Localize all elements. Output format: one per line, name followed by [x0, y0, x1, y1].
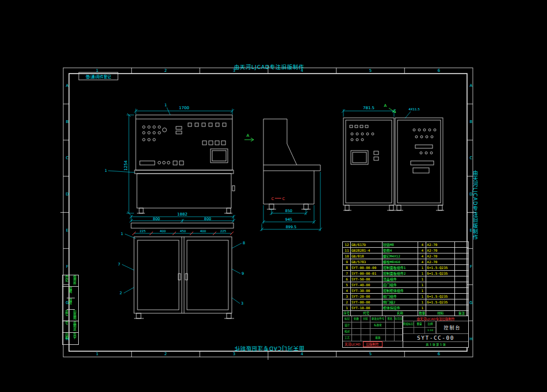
dim-seg-3: 400 — [200, 229, 206, 233]
parts-table-row: 6SYT-50-00顶盖组件1 — [343, 276, 469, 282]
left-strip: 借用件登记描图描校旧底图总号底图总号签字 日期 — [62, 275, 79, 345]
parts-table-row: 10GB/818螺钉M4X124A2-70 — [343, 253, 469, 259]
weight-label: 重量 — [414, 321, 425, 328]
rear-view-arrow-label: A — [384, 103, 387, 108]
titleblock-cell — [352, 322, 361, 328]
parts-cell-qty: 4 — [418, 242, 426, 248]
zone-row-label: E — [468, 228, 475, 233]
rear-hole-note: 4X11.5 — [408, 107, 420, 111]
parts-cell-code: SYT-00-00-00 — [351, 265, 382, 271]
parts-cell-qty: 1 — [418, 282, 426, 288]
parts-table-rows: 12GB/617D铰链M84A2-7011GB28281-4垫圈44A2-701… — [343, 242, 469, 311]
side-view-dims: 850 945 899.5 — [260, 172, 322, 231]
parts-cell-remark — [455, 248, 469, 253]
zone-col-label: 4 — [299, 351, 305, 357]
balloon-7: 7 — [118, 262, 120, 267]
titleblock-cell: 工艺 — [343, 335, 352, 341]
parts-cell-remark — [455, 253, 469, 259]
zone-col-label: 1 — [94, 68, 101, 74]
stage-value — [403, 328, 414, 334]
zone-col-label: 5 — [367, 68, 374, 74]
titleblock-company: 由天河LJCAD专注旧版制作 — [403, 316, 468, 321]
parts-cell-code: SYT-50-00 — [351, 276, 382, 282]
parts-cell-no: 1 — [343, 305, 351, 311]
sheet-info: 共 1 张 第 1 张 — [403, 342, 468, 347]
titleblock-red-stamp: 旧版制作 — [363, 341, 382, 347]
titleblock-cell — [352, 329, 361, 335]
titleblock-cell — [370, 329, 386, 335]
parts-cell-material: δ=1.5-Q235 — [426, 294, 455, 299]
parts-cell-code: SYT-00-00 — [351, 299, 382, 305]
dim-cabinet-right: 800 — [204, 217, 211, 221]
parts-cell-qty: 1 — [418, 305, 426, 311]
parts-table: 12GB/617D铰链M84A2-7011GB28281-4垫圈44A2-701… — [342, 241, 469, 316]
scale-value: 1:10 — [425, 328, 436, 334]
parts-cell-material: δ=1.5-Q235 — [426, 299, 455, 305]
parts-cell-remark — [455, 299, 469, 305]
parts-table-row: 9GB/5783螺栓M8X604A2-70 — [343, 259, 469, 265]
front-view — [135, 115, 235, 213]
zone-col-label: 3 — [231, 68, 238, 74]
parts-cell-no: 11 — [343, 248, 351, 253]
side-view: C C — [263, 119, 320, 209]
titleblock-row: 标记处数分区更改文件号签名年月日 — [343, 316, 403, 322]
parts-table-row: 12GB/617D铰链M84A2-70 — [343, 242, 469, 248]
parts-cell-code: GB/818 — [351, 253, 382, 259]
dim-seg-1: 400 — [160, 229, 166, 233]
parts-cell-no: 12 — [343, 242, 351, 248]
parts-table-row: 4SYT-30-00控制柜体组件1 — [343, 288, 469, 294]
parts-cell-qty: 1 — [418, 276, 426, 282]
titleblock-bottom-band: 天河LJCAD 旧版制作 — [343, 341, 403, 347]
parts-cell-no: 8 — [343, 265, 351, 271]
parts-cell-material: A2-70 — [426, 242, 455, 248]
rear-view-dims: 781.5 4X11.5 A — [342, 103, 420, 118]
titleblock-cell — [361, 322, 370, 328]
titleblock-cell — [361, 329, 370, 335]
view-arrow-label-a: A — [247, 133, 250, 138]
zone-col-label: 6 — [435, 68, 442, 74]
zone-row-label: A — [468, 83, 475, 89]
left-strip-cell: 描图 — [67, 287, 75, 298]
parts-table-row: 1SYT-10-00柜体焊接件1 — [343, 305, 469, 311]
parts-cell-code: SYT-30-00 — [351, 288, 382, 294]
balloon-3: 3 — [241, 301, 243, 306]
parts-cell-name: 后门组件 — [382, 282, 419, 288]
parts-cell-qty: 1 — [418, 299, 426, 305]
parts-table-row: 11GB28281-4垫圈44A2-70 — [343, 248, 469, 253]
titleblock-cell: 更改文件号 — [370, 316, 386, 322]
parts-cell-name: 顶盖组件 — [382, 276, 419, 282]
titleblock-cell: 标准化 — [370, 322, 386, 328]
balloon-1: 1 — [121, 232, 123, 236]
titleblock-cell — [361, 335, 370, 341]
parts-cell-name: 螺钉M4X12 — [382, 253, 419, 259]
zone-row-label: B — [468, 119, 475, 125]
zone-row-label: B — [64, 119, 71, 125]
titleblock-cell — [386, 329, 395, 335]
dim-side-total: 899.5 — [286, 225, 297, 229]
dim-front-width: 1700 — [179, 106, 189, 110]
watermark-bottom: 由天河LJCAD专注旧版制作 — [229, 345, 309, 352]
parts-cell-no: 10 — [343, 253, 351, 259]
dim-cabinet-left: 800 — [153, 217, 160, 221]
parts-cell-name: 铰链M8 — [382, 242, 419, 248]
parts-table-row: 5SYT-40-00后门组件1 — [343, 282, 469, 288]
dim-side-mid: 945 — [285, 217, 292, 222]
titleblock-cell — [395, 329, 403, 335]
titleblock-cell — [352, 335, 361, 341]
zone-col-label: 2 — [162, 68, 169, 74]
parts-cell-code: SYT-40-00 — [351, 282, 382, 288]
zone-row-label: C — [64, 155, 71, 161]
balloon-2: 2 — [120, 291, 122, 295]
weight-value — [414, 328, 425, 334]
parts-cell-material: A2-70 — [426, 253, 455, 259]
parts-cell-qty: 4 — [418, 248, 426, 253]
parts-cell-material — [426, 276, 455, 282]
zone-row-label: F — [64, 264, 71, 270]
parts-cell-remark — [455, 259, 469, 265]
titleblock-cell — [395, 322, 403, 328]
parts-cell-name: 垫圈4 — [382, 248, 419, 253]
section-mark-c1: C — [271, 197, 274, 201]
parts-cell-remark — [455, 294, 469, 299]
parts-table-row: 7SYT-00-00-01控制面板组件21δ=1.5-Q235 — [343, 271, 469, 276]
zone-row-label: A — [64, 83, 71, 89]
